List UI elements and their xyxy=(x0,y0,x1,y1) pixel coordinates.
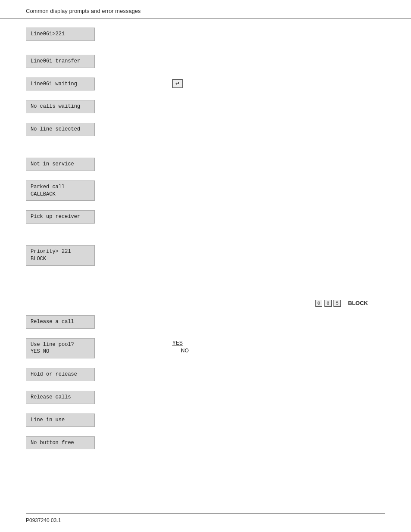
footer-text: P0937240 03.1 xyxy=(26,517,61,523)
display-block-line-in-use: Line in use xyxy=(26,414,95,427)
list-item: Use line pool?YES NO YES NO xyxy=(26,338,385,365)
annotation-return-key: ↵ xyxy=(172,79,183,88)
display-block-release-calls: Release calls xyxy=(26,391,95,404)
main-content: Line061>221 Line061 transfer Line061 wai… xyxy=(0,28,411,471)
key-8: 8 xyxy=(324,300,332,307)
list-item: Not in service xyxy=(26,158,385,177)
list-item: No button free xyxy=(26,436,385,456)
page-title: Common display prompts and error message… xyxy=(26,8,141,14)
display-block-no-button-free: No button free xyxy=(26,436,95,450)
display-block-no-line-selected: No line selected xyxy=(26,123,95,136)
display-block-no-calls-waiting: No calls waiting xyxy=(26,100,95,113)
display-block-line061-transfer: Line061 transfer xyxy=(26,55,95,68)
list-item: No line selected xyxy=(26,123,385,142)
return-key-icon: ↵ xyxy=(172,79,183,88)
no-label: NO xyxy=(181,348,189,354)
list-item: Hold or release xyxy=(26,368,385,387)
display-block-use-line-pool: Use line pool?YES NO xyxy=(26,338,95,359)
page-footer: P0937240 03.1 xyxy=(26,513,385,523)
display-block-release-a-call: Release a call xyxy=(26,315,95,329)
list-item: Release calls xyxy=(26,391,385,410)
display-block-parked-call: Parked callCALLBACK xyxy=(26,180,95,201)
display-block-priority-block: Priority> 221BLOCK xyxy=(26,245,95,266)
yes-label: YES xyxy=(172,340,183,346)
block-label: BLOCK xyxy=(348,300,368,306)
annotation-yes-no: YES NO xyxy=(172,340,189,354)
display-block-not-in-service: Not in service xyxy=(26,158,95,171)
display-block-line061-221: Line061>221 xyxy=(26,28,95,41)
list-item: Priority> 221BLOCK xyxy=(26,245,385,272)
list-item: Line061 transfer xyxy=(26,55,385,74)
list-item: Pick up receiver xyxy=(26,210,385,230)
display-block-hold-or-release: Hold or release xyxy=(26,368,95,381)
display-block-pick-up-receiver: Pick up receiver xyxy=(26,210,95,224)
page-header: Common display prompts and error message… xyxy=(0,0,411,19)
key-0: 0 xyxy=(315,300,323,307)
key-group: 0 8 5 xyxy=(315,299,341,307)
list-item: Line061>221 xyxy=(26,28,385,47)
list-item: No calls waiting xyxy=(26,100,385,119)
key-5: 5 xyxy=(333,300,341,307)
list-item: Release a call xyxy=(26,315,385,335)
list-item: Line in use xyxy=(26,414,385,433)
key-annotation-priority: 0 8 5 BLOCK xyxy=(26,299,368,307)
list-item: Parked callCALLBACK xyxy=(26,180,385,207)
list-item: Line061 waiting ↵ xyxy=(26,78,385,97)
display-block-line061-waiting: Line061 waiting xyxy=(26,78,95,91)
